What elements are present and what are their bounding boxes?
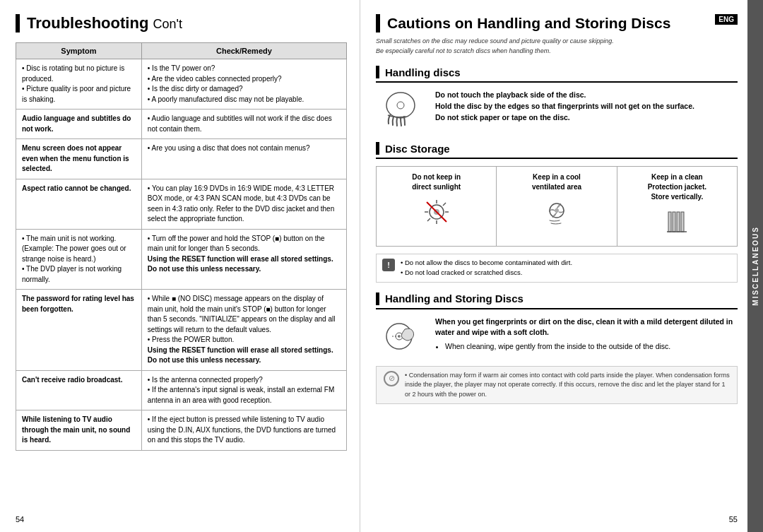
table-row: Menu screen does not appear even when th…	[16, 139, 347, 179]
troubleshooting-table: Symptom Check/Remedy • Disc is rotating …	[16, 42, 347, 451]
table-row: • The main unit is not working. (Example…	[16, 229, 347, 290]
eng-badge: ENG	[715, 14, 738, 25]
storage-cell-ventilated: Keep in a coolventilated area	[497, 167, 617, 246]
cloth-wipe-icon-box	[376, 317, 425, 359]
title-suffix: Con't	[153, 17, 182, 31]
miscellaneous-bar: MISCELLANEOUS	[747, 0, 763, 532]
storage-grid: Do not keep indirect sunlight Keep in a …	[376, 166, 738, 247]
col-header-remedy: Check/Remedy	[141, 43, 346, 59]
disc-hand-icon	[379, 90, 422, 132]
remedy-cell-0: • Is the TV power on?• Are the video cab…	[141, 59, 346, 110]
table-row: While listening to TV audio through the …	[16, 410, 347, 451]
symptom-cell-5: The password for rating level has been f…	[16, 290, 142, 371]
handling-discs-text: Do not touch the playback side of the di…	[435, 90, 694, 132]
storage-label-3: Keep in a cleanProtection jacket.Store v…	[623, 172, 731, 202]
symptom-cell-4: • The main unit is not working. (Example…	[16, 229, 142, 290]
remedy-cell-6: • Is the antenna connected properly?• If…	[141, 370, 346, 410]
symptom-cell-1: Audio language and subtitles do not work…	[16, 110, 142, 139]
handling-storing-label: Handling and Storing Discs	[385, 292, 524, 305]
miscellaneous-label: MISCELLANEOUS	[752, 226, 759, 306]
svg-rect-18	[681, 212, 684, 232]
storage-cell-sunlight: Do not keep indirect sunlight	[377, 167, 497, 246]
ventilated-icon	[541, 196, 572, 227]
symptom-cell-6: Can't receive radio broadcast.	[16, 370, 142, 410]
symptom-cell-0: • Disc is rotating but no picture is pro…	[16, 59, 142, 110]
subtitle-line2: Be especially careful not to scratch dis…	[376, 47, 738, 57]
remedy-cell-1: • Audio language and subtitles will not …	[141, 110, 346, 139]
right-page-title: Cautions on Handling and Storing Discs	[376, 14, 715, 32]
symptom-cell-2: Menu screen does not appear even when th…	[16, 139, 142, 179]
subtitle: Small scratches on the disc may reduce s…	[376, 37, 738, 56]
remedy-cell-2: • Are you using a disc that does not con…	[141, 139, 346, 179]
svg-rect-17	[677, 212, 680, 232]
handling-storing-content: When you get fingerprints or dirt on the…	[376, 317, 738, 359]
storage-label-1: Do not keep indirect sunlight	[382, 172, 490, 192]
table-row: Audio language and subtitles do not work…	[16, 110, 347, 139]
disc-storage-bar-icon	[376, 142, 379, 155]
handling-line3: Do not stick paper or tape on the disc.	[435, 113, 570, 122]
symptom-cell-3: Aspect ratio cannot be changed.	[16, 179, 142, 229]
right-page: Cautions on Handling and Storing Discs E…	[360, 0, 763, 532]
handling-storing-bar-icon	[376, 292, 379, 305]
col-header-symptom: Symptom	[16, 43, 142, 59]
svg-point-0	[386, 93, 415, 118]
handling-discs-content: Do not touch the playback side of the di…	[376, 90, 738, 132]
handling-line2: Hold the disc by the edges so that finge…	[435, 102, 694, 110]
storing-bullets: When cleaning, wipe gently from the insi…	[435, 341, 738, 353]
disc-storage-heading: Disc Storage	[376, 142, 738, 159]
symptom-cell-7: While listening to TV audio through the …	[16, 410, 142, 451]
condensation-note: ⊘ • Condensation may form if warm air co…	[376, 366, 738, 405]
subtitle-line1: Small scratches on the disc may reduce s…	[376, 37, 738, 47]
disc-storage-label: Disc Storage	[385, 143, 450, 155]
svg-rect-16	[673, 212, 675, 232]
title-bar-icon	[16, 14, 20, 32]
left-page: Troubleshooting Con't Symptom Check/Reme…	[0, 0, 360, 532]
remedy-cell-7: • If the eject button is pressed while l…	[141, 410, 346, 451]
warning-line1: • Do not allow the discs to become conta…	[401, 258, 572, 268]
disc-hand-icon-box	[376, 90, 425, 132]
svg-line-10	[443, 203, 446, 206]
storage-cell-jacket: Keep in a cleanProtection jacket.Store v…	[617, 167, 737, 246]
note-text: • Condensation may form if warm air come…	[405, 371, 730, 400]
right-title-bar-icon	[376, 14, 380, 32]
table-row: Can't receive radio broadcast.• Is the a…	[16, 370, 347, 410]
right-title-text: Cautions on Handling and Storing Discs	[387, 15, 670, 32]
warning-line2: • Do not load cracked or scratched discs…	[401, 268, 572, 278]
disc-stack-icon	[661, 206, 692, 237]
warning-text: • Do not allow the discs to become conta…	[401, 258, 572, 278]
svg-point-1	[397, 102, 404, 109]
page-number-left: 54	[16, 515, 24, 524]
page-number-right: 55	[729, 515, 738, 524]
table-row: • Disc is rotating but no picture is pro…	[16, 59, 347, 110]
remedy-cell-4: • Turn off the power and hold the STOP (…	[141, 229, 346, 290]
title-text: Troubleshooting Con't	[27, 14, 182, 32]
cloth-wipe-icon	[379, 317, 422, 359]
storage-label-2: Keep in a coolventilated area	[502, 172, 610, 192]
remedy-cell-3: • You can play 16:9 DVDs in 16:9 WIDE mo…	[141, 179, 346, 229]
handling-discs-heading: Handling discs	[376, 66, 738, 83]
handling-storing-text: When you get fingerprints or dirt on the…	[435, 317, 738, 359]
svg-rect-15	[668, 212, 671, 232]
remedy-cell-5: • While ■ (NO DISC) message appears on t…	[141, 290, 346, 371]
storing-line1: When you get fingerprints or dirt on the…	[435, 317, 733, 337]
svg-line-11	[427, 218, 430, 221]
section-bar-icon	[376, 66, 379, 78]
svg-point-14	[555, 208, 559, 213]
table-row: Aspect ratio cannot be changed.• You can…	[16, 179, 347, 229]
warning-icon: !	[382, 259, 395, 271]
no-sun-icon	[421, 196, 452, 227]
table-row: The password for rating level has been f…	[16, 290, 347, 371]
handling-discs-label: Handling discs	[385, 66, 461, 78]
storage-warning: ! • Do not allow the discs to become con…	[376, 254, 738, 283]
storing-bullet1: When cleaning, wipe gently from the insi…	[445, 341, 738, 353]
note-icon: ⊘	[384, 371, 399, 386]
left-page-title: Troubleshooting Con't	[16, 14, 347, 32]
handling-storing-heading: Handling and Storing Discs	[376, 292, 738, 309]
handling-line1: Do not touch the playback side of the di…	[435, 90, 586, 99]
